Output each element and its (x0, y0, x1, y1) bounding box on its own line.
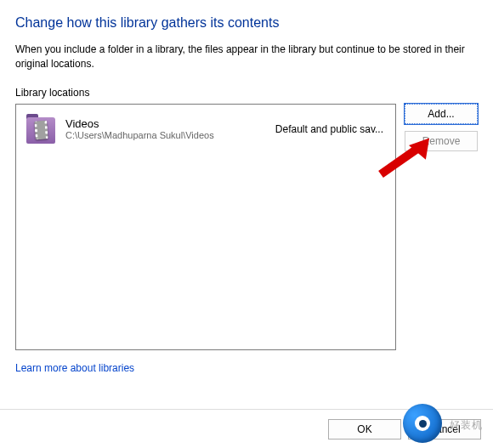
item-status: Default and public sav... (275, 123, 383, 135)
library-dialog: Change how this library gathers its cont… (0, 0, 493, 374)
side-buttons: Add... Remove (405, 104, 478, 151)
section-label: Library locations (15, 87, 478, 99)
add-button[interactable]: Add... (405, 104, 478, 124)
ok-button[interactable]: OK (328, 419, 401, 439)
library-location-item[interactable]: Videos C:\Users\Madhuparna Sukul\Videos … (20, 110, 392, 149)
watermark-badge (403, 404, 442, 443)
item-title: Videos (65, 117, 258, 130)
item-path: C:\Users\Madhuparna Sukul\Videos (65, 130, 258, 140)
dialog-description: When you include a folder in a library, … (15, 43, 478, 71)
videos-folder-icon (25, 113, 57, 145)
item-texts: Videos C:\Users\Madhuparna Sukul\Videos (65, 117, 258, 140)
library-locations-listbox[interactable]: Videos C:\Users\Madhuparna Sukul\Videos … (15, 104, 396, 350)
dialog-title: Change how this library gathers its cont… (15, 15, 478, 31)
main-row: Videos C:\Users\Madhuparna Sukul\Videos … (15, 104, 478, 350)
learn-more-link[interactable]: Learn more about libraries (15, 362, 134, 374)
remove-button: Remove (405, 131, 478, 151)
watermark-text: 好装机 (450, 418, 483, 433)
